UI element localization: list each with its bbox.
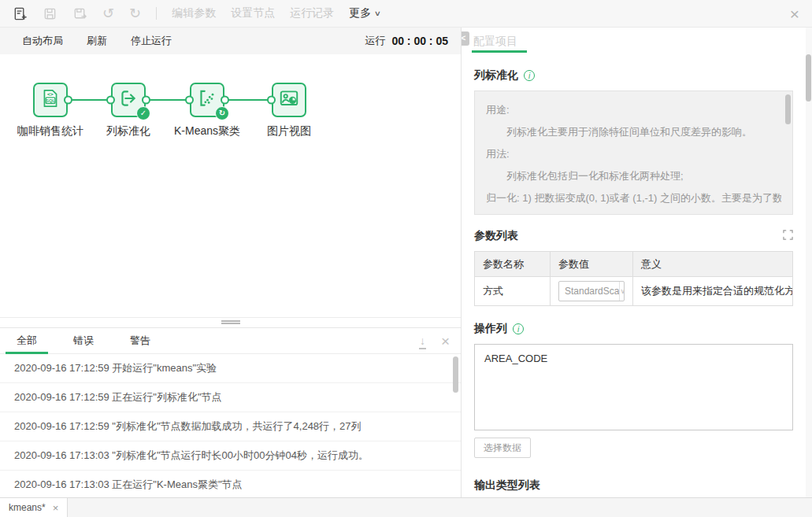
- chevron-down-icon: ∨: [619, 282, 625, 301]
- param-value-cell: StandardSca ∨: [550, 277, 632, 305]
- svg-text:<>: <>: [47, 91, 54, 98]
- redo-icon[interactable]: ↻: [129, 6, 141, 20]
- transform-icon: [117, 87, 139, 113]
- node-title-row: 列标准化 i: [474, 68, 793, 83]
- output-port[interactable]: [142, 96, 150, 105]
- canvas-toolbar: 自动布局 刷新 停止运行 运行 00 : 00 : 05: [0, 28, 461, 54]
- save-icon[interactable]: [43, 6, 57, 21]
- run-timer: 运行 00 : 00 : 05: [365, 34, 448, 48]
- node-box[interactable]: <> SQL: [33, 83, 68, 117]
- panel-splitter[interactable]: [0, 317, 461, 328]
- save-as-icon[interactable]: [72, 6, 87, 21]
- download-icon[interactable]: ↓: [420, 335, 425, 346]
- description-line: 用途:: [486, 99, 781, 121]
- output-port[interactable]: [221, 96, 229, 105]
- menu-node-settings[interactable]: 设置节点: [231, 6, 275, 20]
- operation-column-title: 操作列: [474, 322, 507, 336]
- info-icon[interactable]: i: [513, 323, 524, 334]
- node-image-view[interactable]: 图片视图: [242, 83, 336, 138]
- input-port[interactable]: [106, 96, 115, 105]
- experiment-tab-bar: kmeans* ×: [0, 497, 812, 517]
- refresh-button[interactable]: 刷新: [87, 34, 107, 48]
- node-box[interactable]: [272, 83, 306, 117]
- description-line: 归一化: 1) 把数据变成(0, 1)或者 (1,-1) 之间的小数。主要是为了…: [486, 187, 781, 209]
- node-description-box[interactable]: 用途: 列标准化主要用于消除特征间单位和尺度差异的影响。 用法: 列标准化包括归…: [474, 90, 793, 215]
- node-kmeans[interactable]: ↻ K-Means聚类: [160, 83, 254, 138]
- description-line: 据处理方便提出来的，把数据映射到0～1范围之内处理，更加便捷快: [486, 209, 781, 215]
- log-scrollbar[interactable]: [453, 356, 458, 393]
- run-label: 运行: [365, 34, 385, 48]
- info-icon[interactable]: i: [524, 70, 535, 81]
- node-label: 图片视图: [242, 124, 336, 138]
- menu-edit-params[interactable]: 编辑参数: [172, 6, 216, 20]
- node-label: K-Means聚类: [160, 124, 254, 138]
- tab-kmeans[interactable]: kmeans* ×: [0, 498, 68, 517]
- menu-more[interactable]: 更多 ∨: [349, 6, 380, 20]
- log-entry: 2020-09-16 17:12:59 "列标准化"节点数据加载成功，共运行了4…: [0, 412, 461, 441]
- param-table-header: 意义: [632, 252, 792, 277]
- splitter-handle-icon[interactable]: [221, 320, 240, 324]
- operation-column-value-box[interactable]: AREA_CODE: [474, 344, 793, 430]
- description-scrollbar[interactable]: [785, 94, 791, 124]
- output-port[interactable]: [64, 96, 72, 105]
- node-title: 列标准化: [474, 68, 518, 83]
- log-tab-all[interactable]: 全部: [11, 328, 43, 353]
- experiment-editor-window: ↺ ↻ 编辑参数 设置节点 运行记录 更多 ∨ × 自动布局 刷新 停止运行 运…: [0, 0, 812, 517]
- success-badge-icon: ✓: [136, 106, 150, 120]
- description-line: 列标准化包括归一化和标准化两种处理;: [486, 165, 781, 187]
- log-entry: 2020-09-16 17:13:03 正在运行"K-Means聚类"节点: [0, 471, 461, 500]
- log-actions: ↓ ×: [420, 334, 450, 349]
- log-panel: 全部 错误 警告 ↓ × 2020-09-16 17:12:59 开始运行"km…: [0, 328, 461, 497]
- log-list[interactable]: 2020-09-16 17:12:59 开始运行"kmeans"实验 2020-…: [0, 354, 461, 500]
- input-port[interactable]: [185, 96, 194, 105]
- output-type-title: 输出类型列表: [474, 478, 793, 493]
- scatter-plot-icon: [196, 87, 218, 113]
- run-time-value: 00 : 00 : 05: [391, 35, 448, 47]
- input-port[interactable]: [267, 96, 276, 105]
- auto-layout-button[interactable]: 自动布局: [22, 34, 63, 48]
- operation-column-header: 操作列 i: [474, 322, 793, 336]
- method-select-value: StandardSca: [565, 281, 619, 301]
- expand-icon[interactable]: [783, 229, 793, 243]
- stop-run-button[interactable]: 停止运行: [131, 34, 172, 48]
- new-experiment-icon[interactable]: [13, 6, 28, 21]
- param-table-header: 参数名称: [475, 252, 550, 277]
- param-meaning-cell: 该参数是用来指定合适的规范化方...: [632, 277, 792, 305]
- menu-more-label: 更多: [349, 6, 371, 20]
- config-content: 列标准化 i 用途: 列标准化主要用于消除特征间单位和尺度差异的影响。 用法: …: [462, 53, 806, 497]
- param-table-header: 参数值: [550, 252, 632, 277]
- param-table: 参数名称 参数值 意义 方式 StandardSca ∨ 该参数是用来指定合适的…: [474, 251, 793, 306]
- node-box[interactable]: ✓: [111, 83, 146, 117]
- collapse-panel-icon[interactable]: ><: [461, 31, 469, 46]
- tab-kmeans-label: kmeans*: [9, 502, 46, 513]
- close-icon[interactable]: ×: [790, 6, 799, 22]
- undo-icon[interactable]: ↺: [102, 6, 114, 20]
- select-data-button[interactable]: 选择数据: [474, 438, 531, 458]
- toolbar-separator: [156, 7, 157, 20]
- description-line: 列标准化主要用于消除特征间单位和尺度差异的影响。: [486, 121, 781, 143]
- param-list-header: 参数列表: [474, 229, 793, 243]
- log-entry: 2020-09-16 17:12:59 开始运行"kmeans"实验: [0, 354, 461, 383]
- workflow-canvas[interactable]: <> SQL 咖啡销售统计: [0, 54, 461, 317]
- config-scrollbar[interactable]: [806, 54, 811, 102]
- image-view-icon: [278, 87, 300, 113]
- log-tab-warnings[interactable]: 警告: [124, 328, 156, 353]
- log-entry: 2020-09-16 17:13:03 "列标准化"节点运行时长00小时00分钟…: [0, 441, 461, 471]
- log-tab-bar: 全部 错误 警告 ↓ ×: [0, 328, 461, 354]
- param-name-cell: 方式: [475, 277, 550, 305]
- config-panel: >< 配置项目 列标准化 i 用途: 列标准化主要用于消除特征间单位和尺度差异的…: [461, 28, 812, 497]
- tab-config-items[interactable]: 配置项目: [473, 35, 517, 49]
- running-badge-icon: ↻: [215, 106, 229, 120]
- description-line: 用法:: [486, 143, 781, 165]
- svg-text:SQL: SQL: [46, 98, 55, 103]
- chevron-down-icon: ∨: [374, 9, 381, 17]
- method-select[interactable]: StandardSca ∨: [558, 281, 625, 301]
- close-log-icon[interactable]: ×: [441, 334, 450, 349]
- log-entry: 2020-09-16 17:12:59 正在运行"列标准化"节点: [0, 383, 461, 412]
- tab-close-icon[interactable]: ×: [53, 503, 59, 513]
- node-box[interactable]: ↻: [190, 83, 224, 117]
- log-tab-errors[interactable]: 错误: [68, 328, 99, 353]
- menu-run-records[interactable]: 运行记录: [290, 6, 334, 20]
- param-list-title: 参数列表: [474, 229, 518, 243]
- top-toolbar: ↺ ↻ 编辑参数 设置节点 运行记录 更多 ∨ ×: [0, 0, 812, 28]
